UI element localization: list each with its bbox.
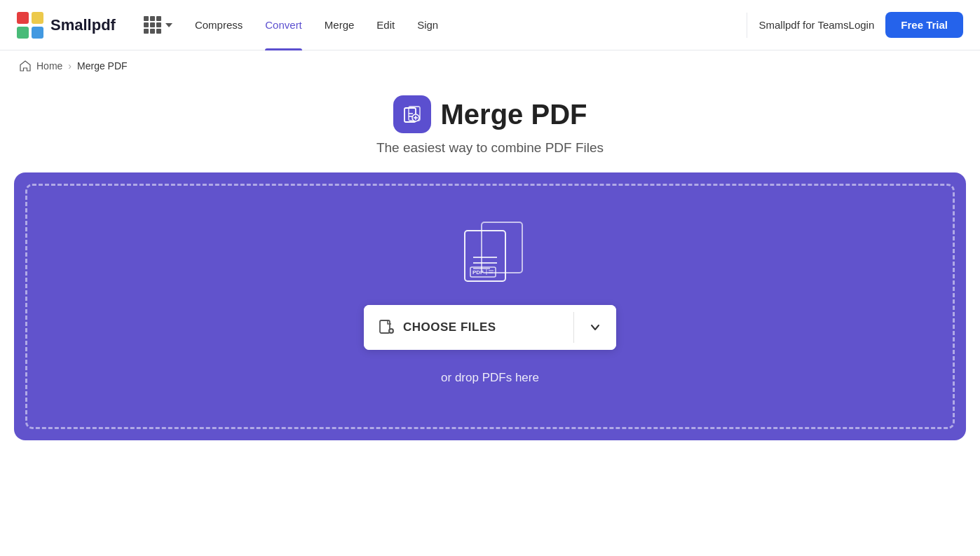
logo-text: Smallpdf [50, 16, 116, 34]
header: Smallpdf Compress Convert Merge Edit Sig… [0, 0, 980, 50]
logo[interactable]: Smallpdf [17, 12, 116, 39]
svg-rect-3 [32, 27, 43, 39]
merge-pdf-icon-bg [393, 95, 431, 133]
choose-files-dropdown[interactable] [574, 305, 616, 350]
choose-files-button[interactable]: CHOOSE FILES [364, 305, 573, 350]
nav-divider [747, 13, 747, 38]
header-right: Login Free Trial [849, 12, 963, 38]
main-nav: Compress Convert Merge Edit Sign [184, 0, 736, 50]
merge-pdf-icon [402, 104, 423, 125]
breadcrumb: Home › Merge PDF [0, 50, 980, 81]
main-content: Merge PDF The easiest way to combine PDF… [0, 81, 980, 440]
breadcrumb-separator: › [68, 60, 72, 72]
choose-files-container: CHOOSE FILES [364, 305, 616, 350]
nav-item-merge[interactable]: Merge [313, 0, 366, 50]
choose-files-label: CHOOSE FILES [403, 320, 496, 334]
svg-rect-2 [17, 27, 29, 39]
page-title: Merge PDF [441, 99, 587, 130]
svg-text:PDF: PDF [472, 269, 484, 276]
page-title-area: Merge PDF [393, 95, 587, 133]
breadcrumb-home[interactable]: Home [36, 60, 62, 72]
breadcrumb-current: Merge PDF [77, 60, 128, 72]
svg-rect-11 [482, 222, 522, 273]
nav-item-edit[interactable]: Edit [365, 0, 406, 50]
nav-item-sign[interactable]: Sign [406, 0, 449, 50]
apps-grid-icon [144, 16, 161, 34]
page-subtitle: The easiest way to combine PDF Files [376, 140, 604, 156]
teams-link[interactable]: Smallpdf for Teams [758, 19, 848, 31]
drop-zone-outer: PDF CHOOSE FILES [14, 172, 966, 440]
dropdown-chevron-icon [589, 321, 601, 334]
home-icon [20, 60, 31, 72]
svg-rect-0 [17, 12, 29, 24]
apps-grid-button[interactable] [138, 12, 178, 38]
svg-rect-21 [380, 320, 390, 333]
pdf-pages-icon: PDF [455, 221, 532, 291]
nav-item-convert[interactable]: Convert [254, 0, 313, 50]
drop-zone[interactable]: PDF CHOOSE FILES [25, 184, 955, 429]
free-trial-button[interactable]: Free Trial [885, 12, 963, 38]
logo-icon [17, 12, 43, 39]
nav-item-compress[interactable]: Compress [184, 0, 254, 50]
apps-chevron-icon [165, 23, 172, 27]
login-button[interactable]: Login [849, 19, 875, 31]
drop-hint: or drop PDFs here [441, 371, 539, 385]
file-upload-icon [378, 319, 395, 336]
pdf-illustration: PDF [455, 221, 525, 284]
svg-rect-1 [32, 12, 43, 24]
